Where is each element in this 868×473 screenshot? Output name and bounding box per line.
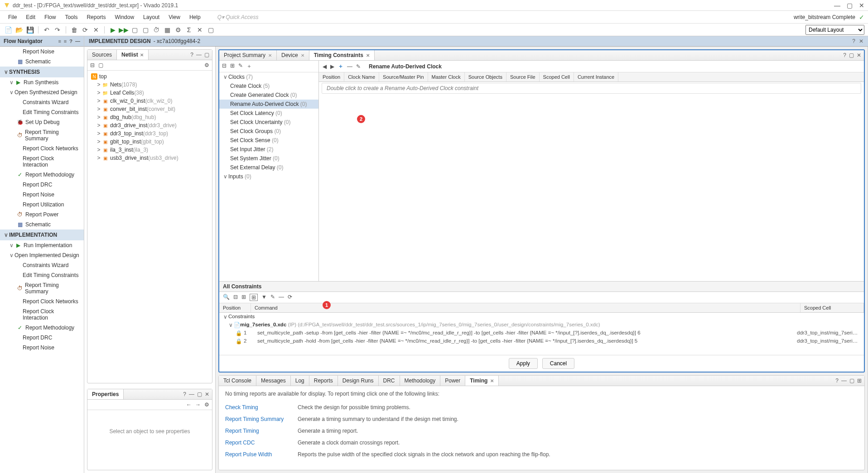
constraint-tree-item[interactable]: ∨Clocks (7)	[219, 72, 318, 81]
flow-nav-item[interactable]: Edit Timing Constraints	[0, 270, 84, 280]
minimize-icon[interactable]: —	[189, 391, 194, 397]
all-constraints-body[interactable]: ∨Constraints ∨📄 mig_7series_0.xdc (IP) (…	[219, 313, 864, 355]
close-icon[interactable]: ✕	[857, 52, 861, 58]
apply-button[interactable]: Apply	[509, 358, 538, 369]
expand-all-icon[interactable]: ⊞	[230, 62, 235, 70]
help-icon[interactable]: ?	[190, 52, 193, 58]
netlist-item[interactable]: >📁Leaf Cells (38)	[89, 89, 210, 97]
cancel-button[interactable]: Cancel	[542, 358, 574, 369]
constraint-row[interactable]: 🔒2set_multicycle_path -hold -from [get_c…	[219, 337, 864, 345]
collapse-all-icon[interactable]: ⊟	[233, 294, 238, 301]
flow-nav-item[interactable]: ✓Report Methodology	[0, 170, 84, 180]
timing-link[interactable]: Check Timing	[225, 404, 284, 411]
collapse-all-icon[interactable]: ⊟	[222, 62, 227, 70]
col-header[interactable]: Clock Name	[344, 72, 379, 81]
constraint-tree-item[interactable]: Set Input Jitter (2)	[219, 145, 318, 154]
run-step-icon[interactable]: ▶▶	[119, 25, 128, 34]
edit-icon[interactable]: ✎	[356, 63, 361, 70]
col-header[interactable]: Scoped Cell	[540, 72, 574, 81]
cancel-run-icon[interactable]: ✕	[195, 25, 204, 34]
bottom-tab[interactable]: Design Runs	[338, 376, 379, 386]
help-icon[interactable]: ?	[843, 52, 846, 58]
tab-netlist[interactable]: Netlist✕	[117, 50, 149, 60]
bottom-tab[interactable]: Log	[291, 376, 309, 386]
edit-icon[interactable]: ✎	[270, 294, 275, 301]
constraint-tree-item[interactable]: ∨Inputs (0)	[219, 172, 318, 181]
bottom-tab[interactable]: Reports	[309, 376, 338, 386]
flow-nav-item[interactable]: ∨SYNTHESIS	[0, 67, 84, 77]
flow-nav-item[interactable]: Report Clock Networks	[0, 143, 84, 153]
constraint-tree-item[interactable]: Create Generated Clock (0)	[219, 91, 318, 100]
add-icon[interactable]: ＋	[338, 62, 343, 70]
constraint-group-file[interactable]: ∨📄 mig_7series_0.xdc (IP) (d:/FPGA_text/…	[219, 321, 864, 329]
constraint-tree-item[interactable]: Set Clock Sense (0)	[219, 136, 318, 145]
menu-edit[interactable]: Edit	[21, 14, 40, 20]
remove-icon[interactable]: —	[347, 63, 352, 70]
tab-properties[interactable]: Properties	[87, 389, 124, 399]
netlist-item[interactable]: >▣ddr3_drive_inst (ddr3_drive)	[89, 121, 210, 129]
flow-nav-item[interactable]: ▦Schematic	[0, 57, 84, 67]
netlist-item[interactable]: >▣ila_3_inst (ila_3)	[89, 146, 210, 154]
minimize-icon[interactable]: —	[841, 377, 847, 384]
open-icon[interactable]: 📂	[14, 25, 24, 34]
menu-help[interactable]: Help	[185, 14, 205, 20]
help-icon[interactable]: ?	[852, 38, 855, 44]
tab-device[interactable]: Device✕	[277, 50, 309, 60]
flow-nav-item[interactable]: ∨Open Implemented Design	[0, 250, 84, 260]
col-header[interactable]: Source/Master Pin	[379, 72, 428, 81]
redo-icon[interactable]: ↷	[53, 25, 62, 34]
undo-icon[interactable]: ↶	[42, 25, 51, 34]
constraint-row[interactable]: 🔒1set_multicycle_path -setup -from [get_…	[219, 329, 864, 337]
netlist-item[interactable]: >📁Nets (1078)	[89, 81, 210, 89]
flow-nav-item[interactable]: ∨▶Run Synthesis	[0, 77, 84, 87]
flow-nav-item[interactable]: Constraints Wizard	[0, 97, 84, 107]
col-command[interactable]: Command	[251, 303, 800, 312]
timing-link[interactable]: Report CDC	[225, 440, 284, 446]
flow-nav-item[interactable]: Report Noise	[0, 47, 84, 57]
prev-icon[interactable]: ←	[186, 401, 192, 408]
prev-icon[interactable]: ◀	[323, 63, 327, 70]
help-icon[interactable]: ?	[835, 377, 839, 384]
col-position[interactable]: Position	[219, 303, 251, 312]
step-over-icon[interactable]: ▢	[130, 25, 139, 34]
timing-link[interactable]: Report Pulse Width	[225, 451, 284, 458]
tool-icon[interactable]: 🗑	[70, 25, 79, 34]
col-header[interactable]: Current Instance	[574, 72, 618, 81]
filter-icon[interactable]: ▼	[261, 294, 267, 301]
close-icon[interactable]: ✕	[859, 38, 863, 44]
bottom-tab[interactable]: Power	[440, 376, 465, 386]
col-header[interactable]: Master Clock	[428, 72, 465, 81]
close-icon[interactable]: ✕	[140, 53, 144, 57]
bottom-tab[interactable]: Methodology	[400, 376, 441, 386]
bottom-tab[interactable]: Timing✕	[465, 376, 499, 386]
col-header[interactable]: Source Objects	[465, 72, 506, 81]
flow-nav-item[interactable]: Report Clock Interaction	[0, 306, 84, 323]
close-icon[interactable]: ✕	[268, 53, 272, 58]
help-icon[interactable]: ?	[183, 391, 186, 397]
next-icon[interactable]: ▶	[330, 63, 334, 70]
netlist-item[interactable]: >▣dbg_hub (dbg_hub)	[89, 113, 210, 121]
timing-link[interactable]: Report Timing Summary	[225, 416, 284, 422]
hierarchy-icon[interactable]: ⊞	[250, 294, 258, 301]
minimize-panel-icon[interactable]: —	[75, 38, 80, 44]
bottom-tab[interactable]: Tcl Console	[219, 376, 256, 386]
new-icon[interactable]: 📄	[4, 25, 13, 34]
menu-layout[interactable]: Layout	[139, 14, 164, 20]
next-icon[interactable]: →	[195, 401, 201, 408]
sigma-icon[interactable]: Σ	[184, 25, 193, 34]
cancel-icon[interactable]: ✕	[92, 25, 101, 34]
remove-icon[interactable]: —	[279, 294, 284, 301]
constraint-tree-item[interactable]: Set Clock Groups (0)	[219, 127, 318, 136]
bottom-tab[interactable]: Messages	[256, 376, 291, 386]
flow-nav-item[interactable]: Report Noise	[0, 190, 84, 200]
flow-nav-item[interactable]: ▦Schematic	[0, 220, 84, 229]
settings-icon[interactable]: ⚙	[174, 25, 183, 34]
wand-icon[interactable]: ✎	[238, 62, 243, 70]
netlist-item[interactable]: >▣gbit_top_inst (gbit_top)	[89, 138, 210, 146]
menu-file[interactable]: File	[4, 14, 21, 20]
gear-icon[interactable]: ⚙	[204, 62, 209, 68]
constraint-group-top[interactable]: ∨Constraints	[219, 313, 864, 321]
step-into-icon[interactable]: ▢	[141, 25, 150, 34]
expand-icon[interactable]: ▢	[98, 62, 103, 68]
tab-timing-constraints[interactable]: Timing Constraints✕	[309, 50, 375, 60]
